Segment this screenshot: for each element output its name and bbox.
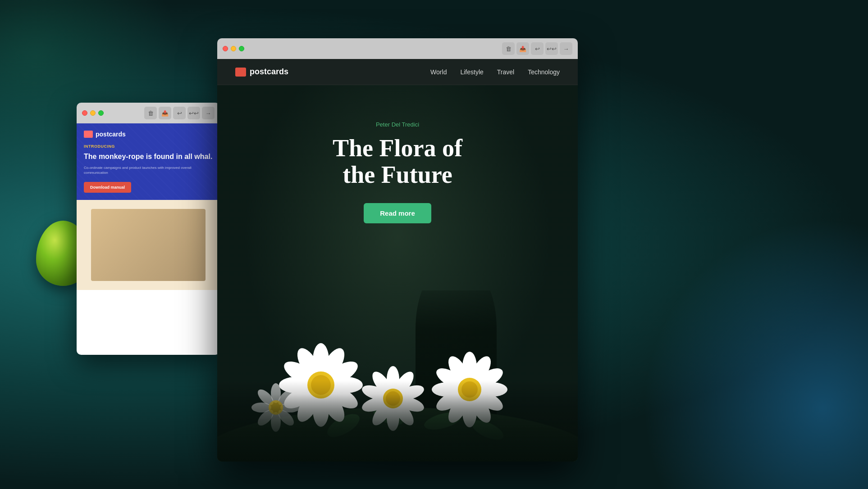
window-chrome-front: 🗑 📤 ↩ ↩↩ → (217, 38, 578, 59)
traffic-light-yellow-front[interactable] (231, 46, 236, 51)
nav-link-world[interactable]: World (430, 68, 447, 76)
traffic-lights-back (82, 110, 104, 116)
forward-button-front[interactable]: → (560, 42, 572, 55)
email-logo-text: postcards (96, 131, 126, 138)
reply-all-button[interactable]: ↩↩ (187, 107, 200, 119)
hero-title: The Flora of the Future (333, 135, 462, 189)
site-content: postcards World Lifestyle Travel Technol… (217, 59, 578, 462)
traffic-light-red-front[interactable] (223, 46, 228, 51)
site-nav: postcards World Lifestyle Travel Technol… (217, 59, 578, 85)
nav-links: World Lifestyle Travel Technology (430, 68, 560, 76)
traffic-light-yellow[interactable] (90, 110, 96, 116)
traffic-lights-front (223, 46, 244, 51)
email-header: postcards Introducing The monkey-rope is… (77, 123, 220, 200)
window-chrome-back: 🗑 📤 ↩ ↩↩ → (77, 103, 220, 123)
hero-bottom-fade (217, 394, 578, 462)
hero-section: Peter Del Tredici The Flora of the Futur… (217, 85, 578, 462)
site-logo-text: postcards (250, 67, 288, 77)
email-body-text: Co-ordinate campaigns and product launch… (84, 165, 213, 175)
trash-button[interactable]: 🗑 (144, 107, 157, 119)
forward-button[interactable]: → (202, 107, 215, 119)
traffic-light-green[interactable] (98, 110, 104, 116)
hero-author: Peter Del Tredici (376, 121, 419, 128)
back-button[interactable]: ↩ (173, 107, 186, 119)
move-button-front[interactable]: 📤 (516, 42, 529, 55)
email-preview-window-back: 🗑 📤 ↩ ↩↩ → postcards Introducing The mon… (77, 103, 220, 355)
email-content: postcards Introducing The monkey-rope is… (77, 123, 220, 355)
email-headline: The monkey-rope is found in all whal. (84, 152, 213, 161)
email-intro-label: Introducing (84, 144, 213, 149)
chrome-buttons-front: 🗑 📤 ↩ ↩↩ → (502, 42, 572, 55)
hero-title-line1: The Flora of (333, 135, 462, 162)
download-manual-button[interactable]: Download manual (84, 182, 131, 193)
read-more-button[interactable]: Read more (364, 203, 431, 223)
back-button-front[interactable]: ↩ (531, 42, 544, 55)
reply-all-button-front[interactable]: ↩↩ (545, 42, 558, 55)
traffic-light-red[interactable] (82, 110, 87, 116)
email-logo: postcards (84, 131, 213, 138)
hero-title-line2: the Future (343, 161, 452, 188)
logo-icon-small (84, 131, 93, 138)
traffic-light-green-front[interactable] (239, 46, 244, 51)
move-button[interactable]: 📤 (159, 107, 171, 119)
nav-link-technology[interactable]: Technology (528, 68, 560, 76)
logo-icon-front (235, 68, 246, 77)
trash-button-front[interactable]: 🗑 (502, 42, 515, 55)
nav-link-travel[interactable]: Travel (497, 68, 514, 76)
editorial-preview-window-front: 🗑 📤 ↩ ↩↩ → postcards World Lifestyle Tra… (217, 38, 578, 462)
site-logo: postcards (235, 67, 288, 77)
nav-link-lifestyle[interactable]: Lifestyle (460, 68, 483, 76)
chrome-buttons-back: 🗑 📤 ↩ ↩↩ → (144, 107, 215, 119)
